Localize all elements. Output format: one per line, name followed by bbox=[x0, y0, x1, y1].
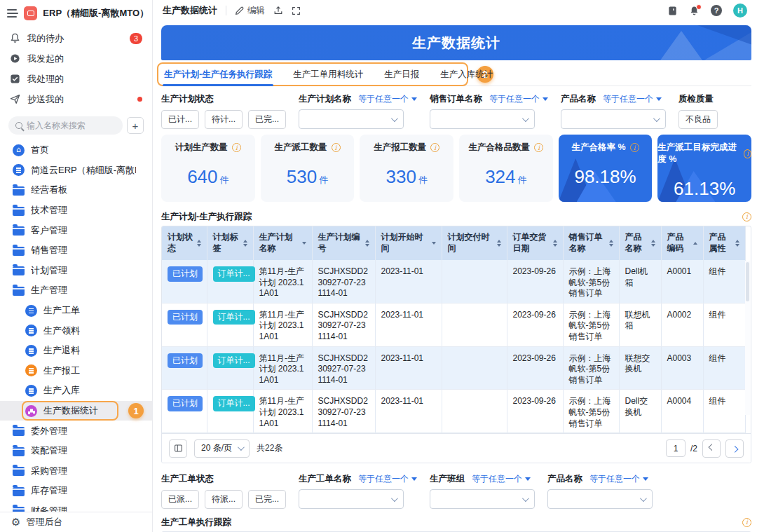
status-filter-button[interactable]: 已完... bbox=[248, 490, 286, 509]
column-header[interactable]: 产品名称 bbox=[619, 226, 661, 260]
sidebar-nav-item[interactable]: 生产报工 bbox=[0, 361, 152, 381]
avatar[interactable]: H bbox=[733, 4, 747, 18]
sidebar-nav-item[interactable]: 生产工单 bbox=[0, 301, 152, 321]
filter-select[interactable] bbox=[299, 109, 404, 129]
status-filter-button[interactable]: 已计... bbox=[161, 110, 199, 129]
sidebar-nav-item[interactable]: 技术管理 bbox=[0, 200, 152, 221]
column-header[interactable]: 销售订单名称 bbox=[563, 226, 619, 260]
table-row[interactable]: 已计划 订单计... 第11月-生产计划 2023.11A01 SCJHXSDD… bbox=[162, 260, 745, 303]
info-icon[interactable]: i bbox=[742, 212, 751, 221]
filter-select[interactable] bbox=[547, 489, 653, 509]
notifications-button[interactable] bbox=[689, 6, 700, 16]
table-scrollbar[interactable] bbox=[745, 261, 750, 415]
info-icon[interactable]: i bbox=[742, 518, 751, 527]
status-filter-button[interactable]: 待派... bbox=[205, 490, 243, 509]
info-icon[interactable]: i bbox=[232, 143, 241, 152]
kpi-label: 生产报工数量 bbox=[374, 142, 426, 154]
status-filter-button[interactable]: 已派... bbox=[161, 490, 199, 509]
column-settings-button[interactable] bbox=[169, 439, 187, 458]
filter-select[interactable] bbox=[299, 489, 404, 509]
sidebar-nav-item[interactable]: 装配管理 bbox=[0, 441, 152, 461]
info-icon[interactable]: i bbox=[332, 143, 341, 152]
column-header[interactable]: 产品编码 bbox=[661, 226, 703, 260]
column-header[interactable]: 计划开始时间 bbox=[375, 226, 442, 260]
sidebar-nav-item[interactable]: 财务管理 bbox=[0, 501, 152, 512]
table-row[interactable]: 已计划 订单计... 第11月-生产计划 2023.11A01 SCJHXSDD… bbox=[162, 303, 745, 346]
prev-page-button[interactable] bbox=[702, 439, 721, 458]
dashboard-tab[interactable]: 生产工单用料统计 bbox=[292, 64, 364, 86]
dashboard-tab[interactable]: 生产计划-生产任务执行跟踪 bbox=[163, 64, 273, 86]
dashboard-tab[interactable]: 生产日报 bbox=[383, 64, 421, 86]
edit-button[interactable]: 编辑 bbox=[235, 5, 265, 17]
next-page-button[interactable] bbox=[725, 439, 744, 458]
sort-icon bbox=[693, 242, 697, 245]
dashboard-tab[interactable]: 生产入库统计 bbox=[439, 64, 494, 86]
filter-operator-dropdown[interactable]: 等于任意一个 bbox=[472, 473, 531, 485]
table-row[interactable]: 已计划 订单计... 第11月-生产计划 2023.11A01 SCJHXSDD… bbox=[162, 390, 745, 433]
column-header[interactable]: 订单交货日期 bbox=[507, 226, 563, 260]
main-area: 生产数据统计 编辑 ? H bbox=[153, 0, 757, 532]
search-box[interactable] bbox=[8, 116, 123, 135]
page-number-input[interactable]: 1 bbox=[666, 439, 686, 457]
status-filter-button[interactable]: 待计... bbox=[205, 110, 243, 129]
dashboard-tabs: 2 生产计划-生产任务执行跟踪 生产工单用料统计 生产日报 生产入库统计 bbox=[161, 64, 751, 86]
sidebar-nav-item[interactable]: 销售管理 bbox=[0, 240, 152, 261]
sidebar-item-my-todo[interactable]: 我的待办 3 bbox=[0, 28, 152, 48]
admin-console-item[interactable]: ⚙ 管理后台 bbox=[0, 512, 152, 532]
filter-select[interactable] bbox=[430, 489, 535, 509]
share-button[interactable] bbox=[273, 6, 283, 15]
menu-toggle-icon[interactable] bbox=[7, 9, 18, 18]
sidebar-nav-item[interactable]: 经营看板 bbox=[0, 180, 152, 200]
sidebar-nav-item[interactable]: 委外管理 bbox=[0, 421, 152, 441]
sidebar-nav-item[interactable]: 采购管理 bbox=[0, 461, 152, 482]
search-input[interactable] bbox=[27, 121, 116, 130]
table-cell: 已计划 bbox=[162, 260, 207, 303]
column-header[interactable]: 计划交付时间 bbox=[442, 226, 507, 260]
column-header[interactable]: 生产计划名称 bbox=[253, 226, 312, 260]
filter-select[interactable] bbox=[430, 109, 535, 129]
filter-operator-dropdown[interactable]: 等于任意一个 bbox=[358, 93, 417, 105]
column-header[interactable]: 产品属性 bbox=[703, 226, 745, 260]
sidebar-nav-item[interactable]: 简道云ERP（精细版-离散MTO）「... bbox=[0, 161, 152, 181]
fullscreen-button[interactable] bbox=[292, 6, 301, 15]
filter-operator-dropdown[interactable]: 等于任意一个 bbox=[603, 93, 662, 105]
table-cell: 组件 bbox=[703, 390, 745, 433]
info-icon[interactable]: i bbox=[744, 149, 751, 158]
workorder-filters: 生产工单状态 已派... 待派... 已完... bbox=[161, 473, 751, 509]
column-header[interactable]: 生产计划编号 bbox=[312, 226, 375, 260]
sidebar-nav-item[interactable]: 生产数据统计 1 bbox=[0, 401, 152, 421]
sidebar-item-cc-to-me[interactable]: 抄送我的 bbox=[0, 89, 152, 109]
sidebar-nav-item[interactable]: 库存管理 bbox=[0, 481, 152, 501]
sidebar-nav-item[interactable]: 生产退料 bbox=[0, 341, 152, 361]
changelog-button[interactable] bbox=[667, 6, 678, 16]
page-size-select[interactable]: 20 条/页 bbox=[194, 439, 250, 458]
sidebar-nav-item[interactable]: 生产领料 bbox=[0, 320, 152, 341]
info-icon[interactable]: i bbox=[534, 143, 543, 152]
sidebar-item-initiated-by-me[interactable]: 我发起的 bbox=[0, 48, 152, 69]
sidebar-item-handled-by-me[interactable]: 我处理的 bbox=[0, 69, 152, 89]
column-header[interactable]: 计划状态 bbox=[162, 226, 207, 260]
info-icon[interactable]: i bbox=[430, 143, 439, 152]
help-button[interactable]: ? bbox=[711, 5, 722, 16]
add-app-button[interactable]: + bbox=[127, 117, 144, 134]
table-row[interactable]: 已计划 订单计... 第11月-生产计划 2023.11A01 SCJHXSDD… bbox=[162, 346, 745, 390]
filter-select[interactable] bbox=[561, 109, 666, 129]
status-filter-button[interactable]: 已完... bbox=[248, 110, 286, 129]
filter-operator-dropdown[interactable]: 等于任意一个 bbox=[589, 473, 648, 485]
column-header[interactable]: 计划标签 bbox=[207, 226, 253, 260]
chevron-down-icon bbox=[391, 115, 398, 122]
sidebar-nav-item[interactable]: 计划管理 bbox=[0, 261, 152, 281]
sidebar-nav-item-inner: 生产退料 bbox=[24, 343, 98, 358]
nav-item-icon bbox=[13, 247, 25, 256]
table-cell: SCJHXSDD230927-07-231114-01 bbox=[312, 260, 375, 303]
table-cell: 第11月-生产计划 2023.11A01 bbox=[253, 390, 312, 433]
sidebar-nav-item[interactable]: 客户管理 bbox=[0, 220, 152, 240]
sidebar-nav-item[interactable]: 生产管理 bbox=[0, 280, 152, 301]
filter-operator-dropdown[interactable]: 等于任意一个 bbox=[358, 473, 417, 485]
quality-filter-button[interactable]: 不良品 bbox=[678, 110, 718, 129]
info-icon[interactable]: i bbox=[630, 143, 639, 152]
sidebar-nav-item[interactable]: 生产入库 bbox=[0, 381, 152, 401]
sidebar-nav-item-inner: 采购管理 bbox=[11, 463, 86, 479]
filter-operator-dropdown[interactable]: 等于任意一个 bbox=[489, 93, 548, 105]
sidebar-nav-item[interactable]: 首页 bbox=[0, 140, 152, 161]
